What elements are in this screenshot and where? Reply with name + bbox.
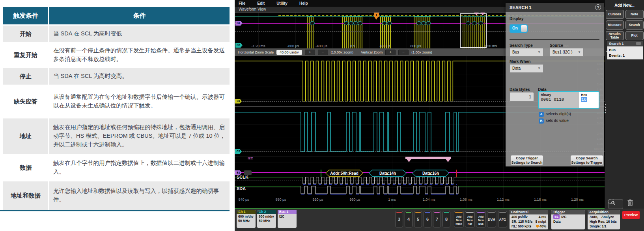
vzoom-minus-button[interactable]: − (398, 50, 409, 55)
add-new-bus-button[interactable]: Add New Bus (476, 211, 486, 227)
knob-b-icon: B (539, 118, 544, 124)
hzoom-minus-button[interactable]: − (318, 50, 328, 55)
main-time-tick: 1 ms (388, 198, 396, 201)
toggle-on-label: On (512, 26, 518, 30)
copy-search-to-trigger-button[interactable]: Copy SearchSettings to Trigger (570, 155, 603, 165)
table-row: 数据触发在几个字节的用户指定数据值上，数据值以二进制或十六进制输入。 (3, 155, 230, 180)
trigger-settings-box[interactable]: Trigger B1I2C Data (551, 210, 585, 229)
binary-value[interactable]: 0001 0110 (541, 97, 579, 102)
trigger-source-pill: B1 (553, 214, 560, 219)
add-new-math-button[interactable]: Add New Math (454, 211, 464, 227)
ch1-badge[interactable]: Ch 1 600 m/div 50 MHz (237, 210, 256, 228)
trigger-condition-desc: 允许您输入地址和数据值以及读取与写入，以捕获感兴趣的确切事件。 (49, 181, 230, 210)
table-bottom-rule (0, 210, 230, 211)
channel-8-button[interactable]: 8 (442, 211, 450, 227)
search-mark-overview (474, 13, 479, 18)
panel-divider (510, 153, 599, 153)
hex-pane[interactable]: Hex 16 (579, 92, 599, 108)
help-icon[interactable]: ? (595, 4, 601, 10)
overview-time-tick: -800 µs (287, 44, 299, 48)
add-new-header: Add New... (605, 3, 644, 7)
hzoom-plus-button[interactable]: + (305, 50, 315, 55)
results-sidebar: Add New... CursorsNoteMeasureSearchResul… (605, 0, 644, 209)
decode-bubble (387, 21, 392, 25)
trigger-condition-desc: 当 SDA 在 SCL 为高时变低 (49, 26, 230, 42)
bus1-badge[interactable]: Bus 1 I2C (278, 210, 297, 228)
afg-button[interactable]: AFG (498, 211, 507, 227)
measure-button[interactable]: Measure (606, 20, 624, 30)
bus-i2c-label: I2C (248, 156, 253, 160)
dvm-button[interactable]: DVM (487, 211, 496, 227)
settings-bar: Ch 1 600 m/div 50 MHz Ch 2 600 m/div 50 … (235, 209, 644, 231)
binary-label: Binary (541, 93, 579, 97)
sclk-digital-trace (303, 177, 457, 184)
channel-4-button[interactable]: 4 (405, 211, 413, 227)
knob-a-icon: A (539, 112, 544, 117)
results-table-button[interactable]: Results Table (606, 31, 624, 40)
add-new-ref-button[interactable]: Add New Ref (465, 211, 475, 227)
toggle-knob[interactable] (521, 25, 527, 32)
bus-decode-data: Data:16h (412, 170, 449, 177)
menu-item-edit[interactable]: Edit (257, 1, 265, 6)
search-panel-body: Display On Search Type Bus▼ Source Bus1 … (506, 12, 604, 166)
ch2-badge[interactable]: Ch 2 600 m/div 50 MHz (257, 210, 276, 228)
search1-toggle-icon[interactable] (636, 42, 641, 45)
hex-value[interactable]: 16 (581, 97, 587, 102)
acquisition-settings-box[interactable]: Acquisition Auto,Analyze High Res: 16 bi… (588, 210, 620, 229)
bus1-marker[interactable]: B1 (235, 21, 243, 26)
delete-button[interactable] (627, 199, 639, 208)
plot-button[interactable]: Plot (625, 31, 644, 40)
overview-time-tick: 400 µs (379, 44, 390, 48)
data-bytes-field[interactable]: 1 (510, 92, 534, 102)
trigger-position-marker[interactable]: T (374, 13, 379, 17)
display-on-toggle[interactable]: On (510, 24, 528, 33)
vzoom-label: Vertical Zoom (361, 50, 383, 54)
channel-7-button[interactable]: 7 (433, 211, 441, 227)
main-time-tick: 1.20 ms (571, 198, 584, 201)
channel-3-button[interactable]: 3 (395, 211, 403, 227)
bus-decode-data: Data:14h (369, 170, 407, 177)
hzoom-scale-label: Horizontal Zoom Scale (238, 50, 274, 54)
search-result-bar (405, 157, 451, 159)
source-dropdown[interactable]: Bus1 (I2C )▼ (550, 48, 584, 57)
oscilloscope-window: FileEditUtilityHelp Waveform View B1 C2 … (235, 0, 644, 231)
data-value-editor[interactable]: Binary 0001 0110 Hex 16 (538, 91, 599, 109)
search1-badge-title: Search 1 (609, 42, 624, 46)
decode-bubble (421, 21, 426, 25)
zoom-window-box[interactable] (460, 13, 487, 48)
search-panel-title[interactable]: SEARCH 1 (506, 3, 604, 12)
binary-pane[interactable]: Binary 0001 0110 (539, 92, 581, 108)
vzoom-plus-button[interactable]: + (385, 50, 396, 55)
trigger-condition-name: 地址 (3, 118, 48, 154)
cursors-button[interactable]: Cursors (606, 10, 624, 19)
panel-drag-handle[interactable] (605, 103, 607, 114)
search1-events: Events: 1 (609, 53, 641, 59)
zoom-select-button[interactable] (608, 199, 623, 209)
search1-badge[interactable]: Search 1 Bus Events: 1 (607, 41, 643, 59)
table-header-condition: 条件 (49, 7, 230, 24)
menu-item-help[interactable]: Help (299, 1, 308, 6)
table-header-trigger: 触发条件 (3, 7, 48, 24)
knob-a-hint: Aselects digit(s) (539, 112, 571, 117)
decode-bubble (382, 21, 387, 25)
vzoom-factor: (1.00x zoom) (411, 50, 432, 54)
trigger-condition-desc: 触发在几个字节的用户指定数据值上，数据值以二进制或十六进制输入。 (49, 155, 230, 180)
channel-5-button[interactable]: 5 (414, 211, 422, 227)
trigger-condition-name: 重复开始 (3, 43, 48, 67)
trigger-condition-name: 缺失应答 (3, 86, 48, 117)
preview-button[interactable]: Preview (622, 211, 640, 219)
channel-6-button[interactable]: 6 (424, 211, 431, 227)
decode-bubble (426, 21, 431, 25)
hzoom-scale-value[interactable]: 40.00 us/div (276, 50, 302, 55)
copy-trigger-to-search-button[interactable]: Copy TriggerSettings to Search (510, 155, 543, 165)
mark-when-label: Mark When (510, 59, 530, 64)
search-button[interactable]: Search (625, 20, 644, 30)
horizontal-settings-box[interactable]: Horizontal 400 µs/div4 ms SR: 125 MS/s8 … (510, 210, 548, 229)
note-button[interactable]: Note (625, 10, 644, 19)
menu-item-utility[interactable]: Utility (276, 1, 287, 6)
ch2-marker-overview[interactable]: C2 (235, 43, 243, 48)
menu-item-file[interactable]: File (239, 1, 245, 6)
mark-when-dropdown[interactable]: Data▼ (510, 64, 543, 73)
overview-time-tick: -400 µs (315, 44, 327, 48)
search-type-dropdown[interactable]: Bus▼ (510, 48, 543, 57)
